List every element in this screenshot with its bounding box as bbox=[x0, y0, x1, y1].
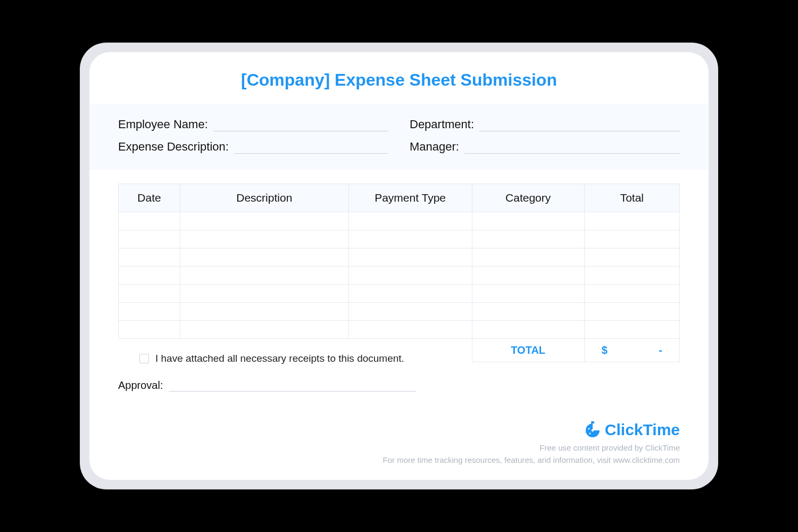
table-cell[interactable] bbox=[348, 321, 472, 339]
svg-rect-0 bbox=[591, 421, 594, 423]
table-cell[interactable] bbox=[348, 212, 472, 230]
expense-table: Date Description Payment Type Category T… bbox=[118, 184, 680, 362]
table-cell[interactable] bbox=[180, 303, 349, 321]
table-cell[interactable] bbox=[472, 212, 584, 230]
field-manager: Manager: bbox=[410, 140, 680, 154]
expense-sheet-document: [Company] Expense Sheet Submission Emplo… bbox=[89, 52, 709, 480]
table-header-row: Date Description Payment Type Category T… bbox=[119, 184, 680, 212]
table-cell[interactable] bbox=[180, 267, 349, 285]
table-cell[interactable] bbox=[472, 267, 584, 285]
col-category: Category bbox=[472, 184, 584, 212]
table-cell[interactable] bbox=[348, 248, 472, 267]
table-cell[interactable] bbox=[119, 321, 180, 339]
label-employee-name: Employee Name: bbox=[118, 118, 208, 131]
input-manager[interactable] bbox=[464, 142, 680, 154]
svg-point-2 bbox=[588, 428, 589, 430]
approval-label: Approval: bbox=[118, 379, 163, 392]
below-table: I have attached all necessary receipts t… bbox=[89, 353, 709, 392]
input-department[interactable] bbox=[479, 120, 680, 131]
input-employee-name[interactable] bbox=[213, 120, 388, 131]
col-description: Description bbox=[180, 184, 349, 212]
brand-name: ClickTime bbox=[605, 421, 680, 439]
label-expense-description: Expense Description: bbox=[118, 140, 229, 154]
table-row bbox=[119, 285, 680, 303]
table-row bbox=[119, 248, 680, 267]
clicktime-logo: ClickTime bbox=[584, 421, 680, 439]
table-row bbox=[119, 321, 680, 339]
table-cell[interactable] bbox=[584, 267, 679, 285]
expense-table-wrap: Date Description Payment Type Category T… bbox=[89, 170, 709, 362]
title-area: [Company] Expense Sheet Submission bbox=[89, 52, 709, 104]
table-cell[interactable] bbox=[472, 248, 584, 267]
table-cell[interactable] bbox=[584, 230, 679, 248]
label-department: Department: bbox=[410, 118, 474, 131]
attestation-row: I have attached all necessary receipts t… bbox=[139, 353, 680, 364]
info-band: Employee Name: Department: Expense Descr… bbox=[89, 104, 709, 170]
table-cell[interactable] bbox=[180, 248, 349, 267]
footnote: Free use content provided by ClickTime F… bbox=[383, 442, 680, 466]
field-department: Department: bbox=[410, 118, 680, 131]
table-cell[interactable] bbox=[348, 285, 472, 303]
col-date: Date bbox=[119, 184, 180, 212]
field-expense-description: Expense Description: bbox=[118, 140, 388, 154]
table-row bbox=[119, 267, 680, 285]
table-cell[interactable] bbox=[472, 285, 584, 303]
document-title: [Company] Expense Sheet Submission bbox=[89, 70, 709, 90]
table-cell[interactable] bbox=[348, 267, 472, 285]
table-cell[interactable] bbox=[119, 285, 180, 303]
table-row bbox=[119, 212, 680, 230]
footnote-line-2: For more time tracking resources, featur… bbox=[383, 454, 680, 467]
footnote-line-1: Free use content provided by ClickTime bbox=[383, 442, 680, 454]
table-cell[interactable] bbox=[584, 321, 679, 339]
table-cell[interactable] bbox=[119, 303, 180, 321]
table-cell[interactable] bbox=[584, 303, 679, 321]
table-cell[interactable] bbox=[472, 303, 584, 321]
field-employee-name: Employee Name: bbox=[118, 118, 388, 131]
table-cell[interactable] bbox=[584, 248, 679, 267]
device-frame: [Company] Expense Sheet Submission Emplo… bbox=[80, 43, 718, 489]
table-cell[interactable] bbox=[348, 230, 472, 248]
col-total: Total bbox=[584, 184, 679, 212]
table-cell[interactable] bbox=[119, 230, 180, 248]
table-row bbox=[119, 230, 680, 248]
attestation-text: I have attached all necessary receipts t… bbox=[155, 353, 404, 364]
input-approval[interactable] bbox=[169, 381, 417, 392]
table-cell[interactable] bbox=[119, 248, 180, 267]
table-cell[interactable] bbox=[180, 285, 349, 303]
table-cell[interactable] bbox=[584, 212, 679, 230]
svg-point-3 bbox=[589, 433, 591, 435]
attestation-checkbox[interactable] bbox=[139, 354, 149, 363]
table-cell[interactable] bbox=[180, 230, 349, 248]
col-payment-type: Payment Type bbox=[348, 184, 472, 212]
table-cell[interactable] bbox=[119, 267, 180, 285]
label-manager: Manager: bbox=[410, 140, 459, 154]
table-cell[interactable] bbox=[472, 321, 584, 339]
table-cell[interactable] bbox=[119, 212, 180, 230]
footer: ClickTime Free use content provided by C… bbox=[89, 421, 709, 480]
stopwatch-icon bbox=[584, 421, 602, 439]
table-cell[interactable] bbox=[180, 321, 349, 339]
input-expense-description[interactable] bbox=[234, 142, 388, 154]
table-cell[interactable] bbox=[584, 285, 679, 303]
table-cell[interactable] bbox=[348, 303, 472, 321]
svg-point-1 bbox=[592, 429, 594, 432]
table-cell[interactable] bbox=[472, 230, 584, 248]
table-cell[interactable] bbox=[180, 212, 349, 230]
approval-row: Approval: bbox=[118, 379, 416, 392]
table-row bbox=[119, 303, 680, 321]
